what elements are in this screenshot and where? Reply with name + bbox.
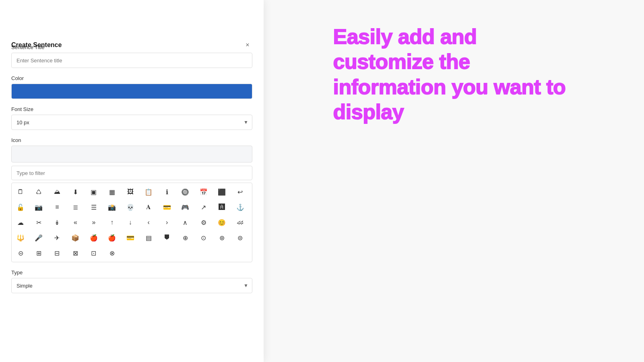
icon-item[interactable]: 💀 [123,200,138,214]
right-panel: Easily add and customize the information… [264,0,644,149]
type-select[interactable]: Simple Complex Custom [11,278,252,293]
icon-item[interactable]: ✈ [50,230,64,245]
font-size-select-wrapper: 10 px 12 px 14 px 16 px 18 px 20 px ▼ [11,115,252,130]
promo-text: Easily add and customize the information… [333,24,575,125]
icon-item[interactable]: ⊕ [178,230,192,245]
icon-item[interactable]: ⊡ [87,246,101,260]
icon-item[interactable]: ↡ [50,215,64,230]
icon-item[interactable]: ⚙ [196,215,211,230]
icon-item[interactable]: ⬛ [215,185,229,199]
icon-item[interactable]: ⊙ [196,230,211,245]
icon-item[interactable]: 🍎 [87,230,101,245]
close-button[interactable]: × [243,40,252,50]
icon-item[interactable]: 🍎 [105,230,119,245]
icon-item[interactable]: ⛰ [50,185,64,199]
icon-item[interactable]: ⊠ [68,246,83,260]
icon-preview [11,146,252,162]
icon-item[interactable]: 𝐀 [141,200,156,214]
icon-filter-input[interactable] [11,166,252,180]
icon-item[interactable]: 🖼 [123,185,138,199]
icon-item[interactable]: ℹ [160,185,174,199]
icon-label: Icon [11,137,252,143]
icon-item[interactable]: 💳 [123,230,138,245]
icon-item[interactable]: ≡ [50,200,64,214]
icon-item[interactable]: 📅 [196,185,211,199]
icon-item[interactable]: ↩ [233,185,248,199]
type-label: Type [11,269,252,276]
icon-item[interactable]: ⊛ [215,230,229,245]
icon-item[interactable]: » [87,215,101,230]
icon-item[interactable]: ⚓ [233,200,248,214]
icon-item[interactable]: « [68,215,83,230]
font-size-label: Font Size [11,106,252,112]
icon-item[interactable]: 📋 [141,185,156,199]
icon-item[interactable]: 💳 [160,200,174,214]
icon-item[interactable]: ⊗ [105,246,119,260]
icon-item[interactable]: ⊜ [233,230,248,245]
icon-item[interactable]: 🔘 [178,185,192,199]
icon-item[interactable]: ⊝ [13,246,28,260]
icon-item[interactable]: 🅰 [215,200,229,214]
icon-item[interactable]: › [160,215,174,230]
icon-item[interactable]: ♺ [31,185,46,199]
type-field: Type Simple Complex Custom ▼ [11,269,252,293]
icon-field: Icon 🗒 ♺ ⛰ ⬇ ▣ ▦ 🖼 📋 ℹ 🔘 📅 ⬛ [11,137,252,262]
create-sentence-dialog: Create Sentence × Sentence Title Color F… [0,0,264,362]
icon-item[interactable]: ↑ [105,215,119,230]
icon-item[interactable]: 🗒 [13,185,28,199]
icon-item[interactable]: 😊 [215,215,229,230]
icon-item[interactable]: ▦ [105,185,119,199]
icon-item[interactable]: 📷 [31,200,46,214]
icon-item[interactable]: 🎮 [178,200,192,214]
icon-item[interactable]: ∧ [178,215,192,230]
icon-item[interactable]: ↗ [196,200,211,214]
icon-item[interactable]: ⬇ [68,185,83,199]
icon-item[interactable]: 🎤 [31,230,46,245]
icon-item[interactable]: 🔱 [13,230,28,245]
icon-grid: 🗒 ♺ ⛰ ⬇ ▣ ▦ 🖼 📋 ℹ 🔘 📅 ⬛ ↩ 🔓 📷 ≡ [13,185,250,260]
icon-item[interactable]: ✂ [31,215,46,230]
icon-item[interactable]: 📸 [105,200,119,214]
icon-item[interactable]: ☰ [87,200,101,214]
icon-item[interactable]: ▤ [141,230,156,245]
icon-item[interactable]: ⛊ [160,230,174,245]
icon-item[interactable]: 📦 [68,230,83,245]
dialog-header: Create Sentence × [0,32,264,56]
icon-item[interactable]: 🔓 [13,200,28,214]
icon-item[interactable]: 🏎 [233,215,248,230]
icon-item[interactable]: ☁ [13,215,28,230]
icon-item[interactable]: ‹ [141,215,156,230]
icon-item[interactable]: ▣ [87,185,101,199]
color-bar[interactable] [12,84,252,99]
font-size-field: Font Size 10 px 12 px 14 px 16 px 18 px … [11,106,252,130]
icon-item[interactable]: ⊟ [50,246,64,260]
font-size-select[interactable]: 10 px 12 px 14 px 16 px 18 px 20 px [11,115,252,130]
icon-item[interactable]: ≣ [68,200,83,214]
color-field: Color [11,75,252,99]
type-select-wrapper: Simple Complex Custom ▼ [11,278,252,293]
dialog-title: Create Sentence [11,41,62,49]
icon-item[interactable]: ⊞ [31,246,46,260]
color-input-wrapper[interactable] [11,84,252,99]
color-label: Color [11,75,252,81]
icon-item[interactable]: ↓ [123,215,138,230]
icon-grid-wrapper[interactable]: 🗒 ♺ ⛰ ⬇ ▣ ▦ 🖼 📋 ℹ 🔘 📅 ⬛ ↩ 🔓 📷 ≡ [11,183,252,262]
